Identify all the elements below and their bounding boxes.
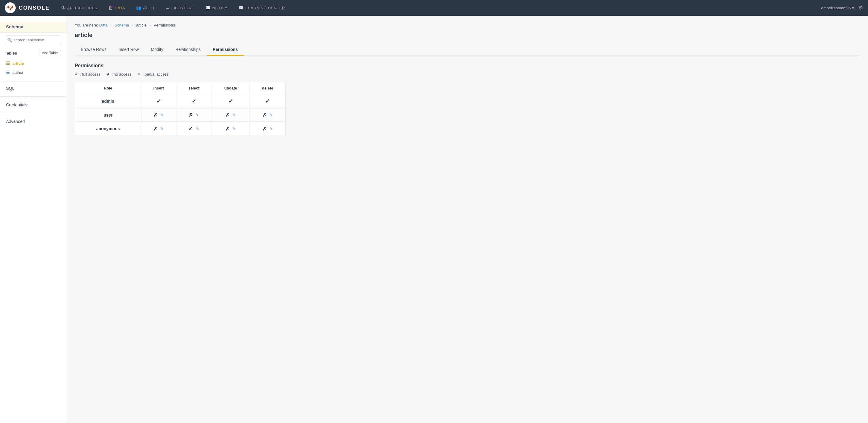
nav-api-explorer[interactable]: ⚗ API EXPLORER — [57, 4, 102, 12]
table-icon-article: ☰ — [6, 61, 10, 66]
table-icon-author: ☰ — [6, 70, 10, 75]
perm-anonymous-select: ✓ ✎ — [176, 122, 212, 136]
col-role: Role — [75, 82, 141, 94]
breadcrumb-data[interactable]: Data — [99, 23, 107, 27]
breadcrumb-schema[interactable]: Schema — [115, 23, 129, 27]
full-access-icon: ✓ — [265, 98, 270, 104]
table-row-user: user ✗ ✎ ✗ ✎ — [75, 108, 286, 122]
role-user: user — [75, 108, 141, 122]
sidebar-item-article[interactable]: ☰ article — [0, 59, 66, 68]
no-access-icon: ✗ — [153, 112, 157, 118]
main-content: You are here: Data › Schema › article › … — [66, 16, 868, 423]
role-admin: admin — [75, 94, 141, 108]
partial-icon: ✎ — [137, 72, 141, 76]
main-layout: Schema 🔍 Tables Add Table ☰ article ☰ au… — [0, 16, 868, 423]
search-input[interactable] — [5, 36, 61, 44]
tab-modify[interactable]: Modify — [145, 44, 169, 56]
sidebar-item-label-article: article — [12, 61, 24, 66]
perm-user-insert: ✗ ✎ — [141, 108, 176, 122]
nav-right: embellishment96 ▾ ⚙ — [821, 4, 863, 11]
perm-admin-update: ✓ — [212, 94, 250, 108]
table-header-row: Role insert select update delete — [75, 82, 286, 94]
col-select: select — [176, 82, 212, 94]
user-menu[interactable]: embellishment96 ▾ — [821, 6, 854, 10]
breadcrumb-article: article — [136, 23, 147, 27]
search-icon: 🔍 — [7, 38, 12, 42]
notify-icon: 💬 — [205, 5, 211, 10]
edit-permission-icon[interactable]: ✎ — [160, 127, 164, 131]
full-access-icon: ✓ — [228, 98, 233, 104]
filestore-icon: ☁ — [165, 5, 170, 10]
no-access-icon: ✗ — [225, 126, 229, 132]
legend-full-access: ✓ : full access — [75, 72, 100, 76]
tab-browse-rows[interactable]: Browse Rows — [75, 44, 113, 56]
learning-center-icon: 📖 — [239, 5, 244, 10]
sidebar-item-credentials[interactable]: Credentials — [0, 100, 66, 110]
sidebar-divider-2 — [0, 96, 66, 97]
sidebar-item-sql[interactable]: SQL — [0, 83, 66, 93]
edit-permission-icon[interactable]: ✎ — [195, 113, 199, 117]
sidebar-item-label-author: author — [12, 70, 24, 75]
logo-text: CONSOLE — [19, 5, 50, 11]
tables-header: Tables Add Table — [0, 48, 66, 59]
full-access-icon: ✓ — [192, 98, 196, 104]
tab-permissions[interactable]: Permissions — [207, 44, 244, 56]
edit-permission-icon[interactable]: ✎ — [270, 127, 273, 131]
no-access-icon: ✗ — [262, 126, 267, 132]
perm-anonymous-delete: ✗ ✎ — [250, 122, 285, 136]
breadcrumb: You are here: Data › Schema › article › … — [75, 23, 860, 27]
tables-label: Tables — [5, 51, 17, 56]
perm-anonymous-insert: ✗ ✎ — [141, 122, 176, 136]
page-title: article — [75, 32, 860, 39]
col-delete: delete — [250, 82, 285, 94]
tab-insert-row[interactable]: Insert Row — [113, 44, 145, 56]
sidebar: Schema 🔍 Tables Add Table ☰ article ☰ au… — [0, 16, 66, 423]
perm-anonymous-update: ✗ ✎ — [212, 122, 250, 136]
full-access-icon: ✓ — [156, 98, 161, 104]
sidebar-divider-1 — [0, 80, 66, 80]
permissions-section: Permissions ✓ : full access ✗ : no acces… — [75, 63, 860, 136]
nav-filestore[interactable]: ☁ FILESTORE — [161, 4, 198, 12]
edit-permission-icon[interactable]: ✎ — [160, 113, 164, 117]
breadcrumb-permissions: Permissions — [154, 23, 175, 27]
perm-user-select: ✗ ✎ — [176, 108, 212, 122]
data-icon: 🗄 — [108, 5, 113, 10]
logo[interactable]: 🐶 CONSOLE — [5, 2, 50, 13]
edit-permission-icon[interactable]: ✎ — [270, 113, 273, 117]
no-access-icon: ✗ — [262, 112, 267, 118]
add-table-button[interactable]: Add Table — [38, 50, 61, 56]
permissions-section-title: Permissions — [75, 63, 860, 68]
nav-data[interactable]: 🗄 DATA — [104, 4, 129, 12]
auth-icon: 👥 — [136, 5, 141, 10]
check-icon: ✓ — [75, 72, 78, 76]
table-row-anonymous: anonymous ✗ ✎ ✓ ✎ — [75, 122, 286, 136]
tab-relationships[interactable]: Relationships — [169, 44, 207, 56]
perm-user-delete: ✗ ✎ — [250, 108, 285, 122]
nav-notify[interactable]: 💬 NOTIFY — [201, 4, 232, 12]
edit-permission-icon[interactable]: ✎ — [196, 127, 199, 131]
col-insert: insert — [141, 82, 176, 94]
nav-auth[interactable]: 👥 AUTH — [132, 4, 158, 12]
edit-permission-icon[interactable]: ✎ — [232, 127, 236, 131]
x-icon: ✗ — [106, 72, 110, 76]
legend-partial-access: ✎ : partial access — [137, 72, 169, 76]
sidebar-search-container: 🔍 — [5, 36, 61, 44]
legend-no-access: ✗ : no access — [106, 72, 131, 76]
api-explorer-icon: ⚗ — [61, 5, 65, 10]
sidebar-item-advanced[interactable]: Advanced — [0, 116, 66, 127]
permissions-table: Role insert select update delete admin ✓ — [75, 82, 286, 136]
table-row-admin: admin ✓ ✓ ✓ ✓ — [75, 94, 286, 108]
role-anonymous: anonymous — [75, 122, 141, 136]
nav-learning-center[interactable]: 📖 LEARNING CENTER — [234, 4, 289, 12]
perm-user-update: ✗ ✎ — [212, 108, 250, 122]
no-access-icon: ✗ — [189, 112, 193, 118]
full-access-icon: ✓ — [188, 125, 193, 132]
col-update: update — [212, 82, 250, 94]
sidebar-item-author[interactable]: ☰ author — [0, 68, 66, 77]
perm-admin-insert: ✓ — [141, 94, 176, 108]
settings-icon[interactable]: ⚙ — [858, 4, 863, 11]
sidebar-section-title: Schema — [0, 22, 66, 33]
perm-admin-select: ✓ — [176, 94, 212, 108]
no-access-icon: ✗ — [225, 112, 229, 118]
edit-permission-icon[interactable]: ✎ — [232, 113, 236, 117]
